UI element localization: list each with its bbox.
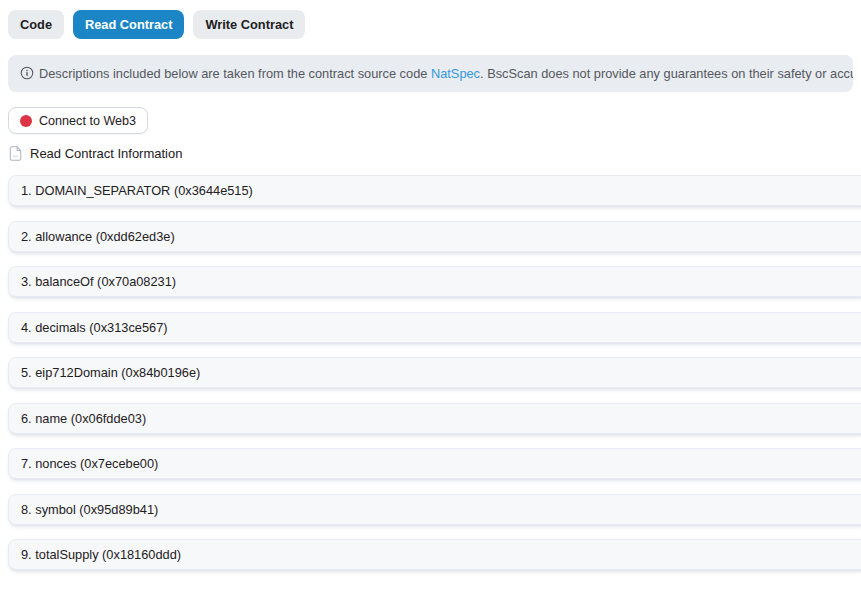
natspec-disclaimer-banner: Descriptions included below are taken fr… <box>8 55 853 92</box>
function-row-balance-of[interactable]: 3. balanceOf (0x70a08231) <box>8 266 861 297</box>
banner-text-before: Descriptions included below are taken fr… <box>39 66 431 81</box>
function-row-name[interactable]: 6. name (0x06fdde03) <box>8 403 861 434</box>
section-title-text: Read Contract Information <box>30 146 182 161</box>
function-row-decimals[interactable]: 4. decimals (0x313ce567) <box>8 312 861 343</box>
read-function-list: 1. DOMAIN_SEPARATOR (0x3644e515) 2. allo… <box>8 175 861 585</box>
file-icon <box>9 146 22 161</box>
function-row-domain-separator[interactable]: 1. DOMAIN_SEPARATOR (0x3644e515) <box>8 175 861 206</box>
function-row-label: 9. totalSupply (0x18160ddd) <box>21 547 181 562</box>
function-row-allowance[interactable]: 2. allowance (0xdd62ed3e) <box>8 221 861 252</box>
contract-tab-bar: Code Read Contract Write Contract <box>8 10 305 39</box>
function-row-eip712-domain[interactable]: 5. eip712Domain (0x84b0196e) <box>8 357 861 388</box>
tab-write-contract[interactable]: Write Contract <box>193 10 305 39</box>
function-row-label: 7. nonces (0x7ecebe00) <box>21 456 158 471</box>
function-row-label: 3. balanceOf (0x70a08231) <box>21 274 176 289</box>
tab-read-contract[interactable]: Read Contract <box>73 10 184 39</box>
connection-status-dot-icon <box>20 115 32 127</box>
function-row-label: 4. decimals (0x313ce567) <box>21 320 168 335</box>
connect-to-web3-button[interactable]: Connect to Web3 <box>8 107 148 134</box>
function-row-label: 5. eip712Domain (0x84b0196e) <box>21 365 200 380</box>
banner-text-after: . BscScan does not provide any guarantee… <box>480 66 853 81</box>
function-row-total-supply[interactable]: 9. totalSupply (0x18160ddd) <box>8 539 861 570</box>
natspec-link[interactable]: NatSpec <box>431 66 480 81</box>
function-row-label: 6. name (0x06fdde03) <box>21 411 146 426</box>
function-row-label: 2. allowance (0xdd62ed3e) <box>21 229 175 244</box>
function-row-label: 8. symbol (0x95d89b41) <box>21 502 158 517</box>
function-row-label: 1. DOMAIN_SEPARATOR (0x3644e515) <box>21 183 253 198</box>
info-icon <box>20 66 34 80</box>
connect-to-web3-label: Connect to Web3 <box>39 114 136 128</box>
tab-code[interactable]: Code <box>8 10 64 39</box>
read-contract-info-heading: Read Contract Information <box>9 146 182 161</box>
function-row-nonces[interactable]: 7. nonces (0x7ecebe00) <box>8 448 861 479</box>
function-row-symbol[interactable]: 8. symbol (0x95d89b41) <box>8 494 861 525</box>
